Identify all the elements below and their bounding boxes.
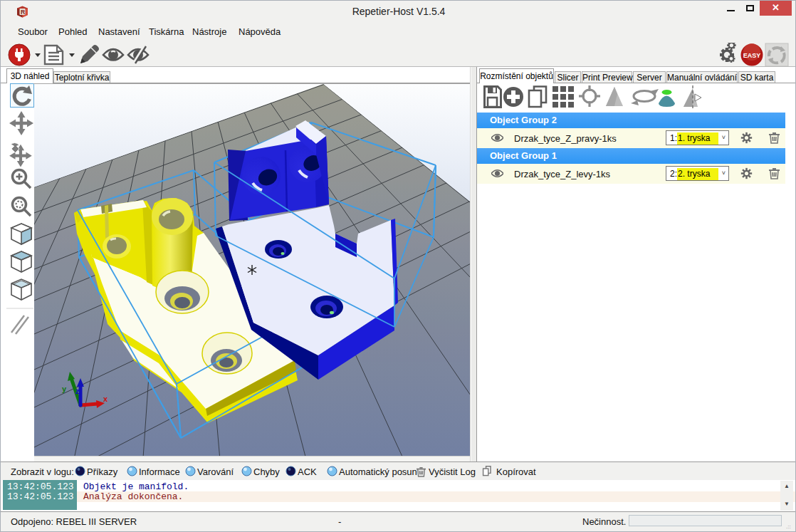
svg-text:z: z [75, 387, 80, 395]
svg-text:EASY: EASY [743, 52, 761, 59]
svg-text:x: x [103, 395, 108, 403]
svg-text:y: y [62, 385, 67, 393]
